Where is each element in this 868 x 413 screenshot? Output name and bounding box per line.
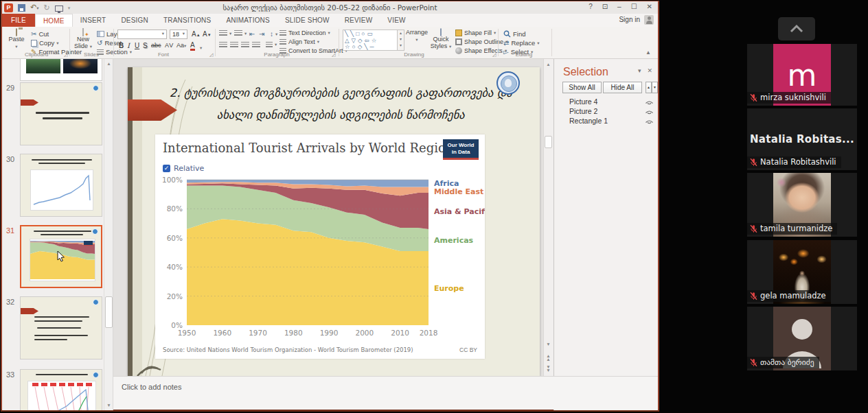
ribbon-tab-animations[interactable]: ANIMATIONS bbox=[218, 14, 277, 27]
collapse-panel-button[interactable] bbox=[778, 17, 815, 40]
slide-thumbnail-32[interactable] bbox=[20, 296, 102, 359]
align-text-button[interactable]: Align Text▾ bbox=[279, 38, 319, 45]
slide-thumbnail-30[interactable] bbox=[20, 154, 102, 217]
minimize-button[interactable]: – bbox=[617, 3, 621, 10]
ribbon-tab-view[interactable]: VIEW bbox=[380, 14, 413, 27]
reset-button[interactable]: ↺Reset bbox=[97, 39, 122, 47]
arrange-button[interactable]: Arrange▾ bbox=[406, 29, 428, 43]
show-all-button[interactable]: Show All bbox=[562, 82, 602, 93]
visibility-eye-icon[interactable] bbox=[645, 108, 654, 117]
justify-button[interactable] bbox=[252, 42, 260, 48]
character-spacing-button[interactable]: AV bbox=[165, 42, 174, 49]
university-emblem-logo[interactable] bbox=[496, 71, 520, 95]
slide-thumbnail-28[interactable] bbox=[20, 59, 102, 81]
participant-tile[interactable]: თამთა ბერიძე bbox=[747, 307, 857, 370]
participant-tile[interactable]: Natalia Robitas...Natalia Robitashvili bbox=[747, 108, 857, 170]
font-color-button[interactable]: A bbox=[190, 42, 195, 51]
clipboard-dialog-launcher-icon[interactable]: ◿ bbox=[64, 52, 67, 58]
slide-title-line1[interactable]: 2. ტურისტული მოგზაურობების გეოგრაფიის გა… bbox=[169, 86, 512, 99]
find-button[interactable]: Find bbox=[503, 30, 525, 38]
italic-button[interactable]: I bbox=[127, 42, 130, 49]
ribbon-tab-slide-show[interactable]: SLIDE SHOW bbox=[277, 14, 337, 27]
selection-item[interactable]: Rectangle 1 bbox=[554, 117, 658, 126]
ribbon-display-button[interactable]: ⊡ bbox=[602, 3, 608, 10]
text-shadow-button[interactable]: S bbox=[143, 42, 148, 49]
owid-chart-image[interactable]: International Tourist Arrivals by World … bbox=[155, 134, 485, 359]
hide-all-button[interactable]: Hide All bbox=[603, 82, 642, 93]
participant-tile[interactable]: mmirza suknishvili bbox=[747, 44, 857, 106]
sign-in-link[interactable]: Sign in bbox=[619, 16, 640, 23]
shape-effects-button[interactable]: Shape Effects▾ bbox=[455, 47, 507, 54]
notes-pane[interactable]: Click to add notes bbox=[113, 376, 658, 410]
thumbnails-scrollbar-thumb[interactable] bbox=[105, 296, 113, 328]
ribbon-tab-home[interactable]: HOME bbox=[35, 14, 73, 27]
replace-button[interactable]: ⇄Replace▾ bbox=[503, 39, 540, 47]
visibility-eye-icon[interactable] bbox=[645, 99, 654, 107]
align-right-button[interactable] bbox=[241, 42, 249, 48]
redo-icon[interactable]: ↻ bbox=[43, 3, 49, 12]
scroll-down-icon[interactable]: ▼ bbox=[105, 401, 113, 410]
scroll-up-icon[interactable]: ▲ bbox=[545, 60, 552, 69]
slide-title-line2[interactable]: ახალი დანიშნულების ადგილების წარმოჩენა bbox=[169, 108, 512, 121]
grow-font-button[interactable]: A▲ bbox=[192, 30, 201, 38]
slide[interactable]: 2. ტურისტული მოგზაურობების გეოგრაფიის გა… bbox=[128, 67, 540, 376]
selection-item[interactable]: Picture 2 bbox=[554, 107, 658, 117]
previous-slide-icon[interactable]: ▲▲ bbox=[545, 353, 552, 361]
font-size-input[interactable]: 18▾ bbox=[170, 30, 187, 39]
ribbon-tab-transitions[interactable]: TRANSITIONS bbox=[156, 14, 218, 27]
align-center-button[interactable] bbox=[230, 42, 238, 48]
drawing-dialog-launcher-icon[interactable]: ◿ bbox=[492, 52, 496, 58]
slide-thumbnail-31-selected[interactable] bbox=[20, 225, 102, 288]
slide-thumbnail-33[interactable] bbox=[20, 369, 102, 410]
numbering-button[interactable]: ▾ bbox=[234, 30, 247, 36]
underline-button[interactable]: U bbox=[135, 42, 139, 49]
shrink-font-button[interactable]: A▼ bbox=[203, 30, 212, 38]
slide-thumbnail-29[interactable] bbox=[20, 82, 102, 145]
paragraph-dialog-launcher-icon[interactable]: ◿ bbox=[332, 52, 335, 58]
shape-fill-button[interactable]: Shape Fill▾ bbox=[455, 30, 496, 36]
close-button[interactable]: ✕ bbox=[647, 3, 652, 10]
editor-scrollbar-thumb[interactable] bbox=[545, 136, 552, 148]
columns-button[interactable]: ▾ bbox=[266, 42, 277, 47]
bullets-button[interactable]: ▾ bbox=[219, 30, 231, 36]
copy-button[interactable]: Copy▾ bbox=[31, 39, 58, 47]
pane-options-icon[interactable]: ▾ bbox=[638, 67, 641, 74]
selection-item[interactable]: Picture 4 bbox=[554, 97, 658, 107]
collapse-ribbon-icon[interactable]: ▲ bbox=[646, 49, 651, 56]
customize-qat-icon[interactable]: ▾ bbox=[68, 3, 71, 12]
strikethrough-button[interactable]: abc bbox=[151, 42, 161, 49]
paste-button[interactable]: Paste▾ bbox=[5, 29, 27, 49]
quick-styles-button[interactable]: QuickStyles ▾ bbox=[429, 29, 453, 49]
account-avatar-icon[interactable] bbox=[644, 15, 654, 25]
ribbon-tab-review[interactable]: REVIEW bbox=[337, 14, 380, 27]
increase-indent-button[interactable]: ⇥ bbox=[259, 30, 264, 38]
line-spacing-button[interactable]: ↕▾ bbox=[270, 30, 277, 38]
cut-button[interactable]: ✂Cut bbox=[31, 30, 49, 38]
save-icon[interactable] bbox=[18, 4, 25, 12]
maximize-button[interactable]: ☐ bbox=[631, 3, 637, 10]
move-down-button[interactable]: ▼ bbox=[652, 82, 658, 93]
change-case-button[interactable]: Aa▾ bbox=[176, 42, 186, 49]
move-up-button[interactable]: ▲ bbox=[646, 82, 652, 93]
ribbon-tab-design[interactable]: DESIGN bbox=[113, 14, 156, 27]
shapes-gallery-scroll[interactable]: ▴▾▾ bbox=[398, 30, 404, 51]
align-left-button[interactable] bbox=[219, 42, 227, 48]
participant-tile[interactable]: tamila turmanidze bbox=[747, 173, 857, 237]
participant-tile[interactable]: gela mamuladze bbox=[747, 240, 857, 304]
decrease-indent-button[interactable]: ⇤ bbox=[249, 30, 255, 38]
next-slide-icon[interactable]: ▼▼ bbox=[545, 364, 552, 372]
start-slideshow-icon[interactable] bbox=[55, 5, 63, 12]
help-button[interactable]: ? bbox=[589, 3, 593, 10]
ribbon-tab-file[interactable]: FILE bbox=[2, 14, 35, 27]
undo-icon[interactable]: ↶▾ bbox=[30, 3, 38, 12]
font-name-input[interactable]: ▾ bbox=[117, 30, 167, 39]
ribbon-tab-insert[interactable]: INSERT bbox=[73, 14, 114, 27]
scroll-up-icon[interactable]: ▲ bbox=[105, 60, 113, 68]
visibility-eye-icon[interactable] bbox=[645, 118, 654, 126]
shape-outline-button[interactable]: Shape Outline▾ bbox=[455, 38, 507, 45]
new-slide-button[interactable]: New Slide ▾ bbox=[72, 29, 94, 49]
editor-scrollbar[interactable]: ▲ ▼ ▲▲ ▼▼ bbox=[543, 59, 553, 376]
scroll-down-icon[interactable]: ▼ bbox=[545, 340, 552, 349]
bold-button[interactable]: B bbox=[119, 42, 124, 49]
shapes-gallery[interactable]: ╲╲□○▭△▽◇⇦☆☆○◇╲─ bbox=[343, 30, 398, 51]
